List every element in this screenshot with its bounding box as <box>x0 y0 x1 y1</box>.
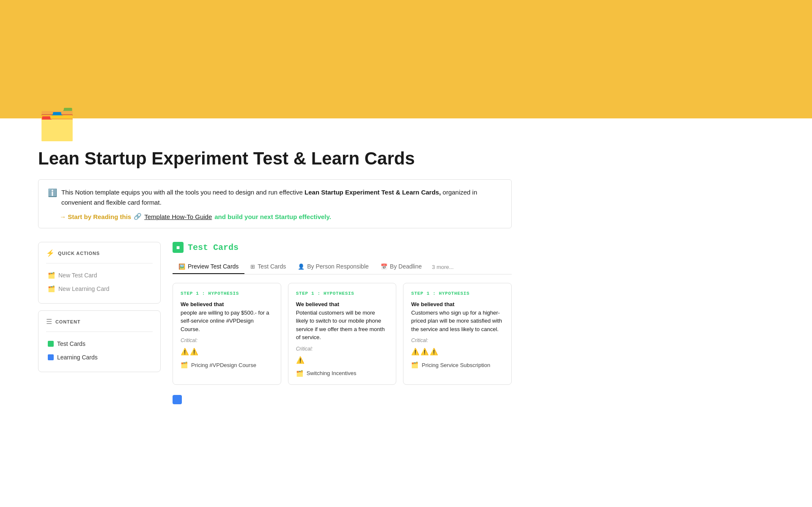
card-1-footer: 🗂️ Pricing #VPDesign Course <box>181 362 273 368</box>
bottom-section <box>173 395 512 404</box>
tab-test-cards[interactable]: ⊞ Test Cards <box>244 260 292 274</box>
card-2-step-label: STEP 1 : HYPOTHESIS <box>296 291 389 296</box>
card-2-hypothesis-text: Potential customers will be more likely … <box>296 310 385 341</box>
card-1-step-label: STEP 1 : HYPOTHESIS <box>181 291 273 296</box>
tab-preview-test-cards[interactable]: 🖼️ Preview Test Cards <box>173 260 244 274</box>
card-1-warnings: ⚠️⚠️ <box>181 348 273 356</box>
card-3-hypothesis-text: Customers who sign up for a higher-price… <box>411 310 502 332</box>
new-test-card-button[interactable]: 🗂️ New Test Card <box>46 269 153 281</box>
green-square-icon <box>48 341 54 347</box>
card-3-step-label: STEP 1 : HYPOTHESIS <box>411 291 504 296</box>
new-learning-card-icon: 🗂️ <box>48 285 55 292</box>
preview-tab-icon: 🖼️ <box>178 263 185 270</box>
deadline-tab-icon: 📅 <box>381 263 387 270</box>
tab-by-deadline[interactable]: 📅 By Deadline <box>375 260 428 274</box>
card-1-we-believed: We believed that <box>181 301 224 307</box>
card-3-footer-icon: 🗂️ <box>411 362 418 368</box>
sidebar-item-learning-cards[interactable]: Learning Cards <box>46 351 153 363</box>
more-tabs-button[interactable]: 3 more... <box>428 260 458 274</box>
cards-grid: STEP 1 : HYPOTHESIS We believed that peo… <box>173 283 512 385</box>
callout-arrow: → Start by Reading this <box>60 213 131 220</box>
quick-actions-title: QUICK ACTIONS <box>58 251 100 256</box>
database-icon: ■ <box>173 242 184 253</box>
card-2-footer: 🗂️ Switching Incentives <box>296 370 389 377</box>
main-content: Lean Startup Experiment Test & Learn Car… <box>0 118 550 421</box>
how-to-guide-link[interactable]: Template How-To Guide <box>144 213 212 220</box>
card-2-hypothesis: We believed that Potential customers wil… <box>296 300 389 342</box>
test-cards-tab-icon: ⊞ <box>250 263 255 270</box>
card-2-we-believed: We believed that <box>296 301 339 307</box>
info-callout: ℹ️ This Notion template equips you with … <box>38 179 512 228</box>
card-3-we-believed: We believed that <box>411 301 454 307</box>
two-col-layout: ⚡ QUICK ACTIONS 🗂️ New Test Card 🗂️ New … <box>38 242 512 404</box>
callout-body-text: This Notion template equips you with all… <box>61 187 502 208</box>
sidebar-item-test-cards[interactable]: Test Cards <box>46 338 153 350</box>
callout-link-row: → Start by Reading this 🔗 Template How-T… <box>48 213 502 220</box>
quick-actions-header: ⚡ QUICK ACTIONS <box>46 249 153 257</box>
card-2-footer-icon: 🗂️ <box>296 370 303 377</box>
quick-actions-divider <box>46 263 153 263</box>
content-section: ☰ CONTENT Test Cards Learning Cards <box>38 310 161 372</box>
person-tab-icon: 👤 <box>298 263 304 270</box>
test-cards-label: Test Cards <box>57 340 85 347</box>
card-3[interactable]: STEP 1 : HYPOTHESIS We believed that Cus… <box>403 283 512 385</box>
page-icon: 🗂️ <box>38 109 76 140</box>
callout-link-suffix: and build your next Startup effectively. <box>214 213 331 220</box>
card-2-warnings: ⚠️ <box>296 356 389 364</box>
card-2[interactable]: STEP 1 : HYPOTHESIS We believed that Pot… <box>288 283 397 385</box>
card-1-footer-label: Pricing #VPDesign Course <box>191 362 256 368</box>
database-header: ■ Test Cards <box>173 242 512 253</box>
learning-cards-label: Learning Cards <box>57 354 98 361</box>
tab-by-person[interactable]: 👤 By Person Responsible <box>292 260 375 274</box>
preview-tab-label: Preview Test Cards <box>188 263 239 270</box>
database-title: Test Cards <box>188 243 239 252</box>
card-1-hypothesis: We believed that people are willing to p… <box>181 300 273 333</box>
hero-banner: 🗂️ <box>0 0 812 118</box>
card-3-footer-label: Pricing Service Subscription <box>422 362 490 368</box>
card-1[interactable]: STEP 1 : HYPOTHESIS We believed that peo… <box>173 283 281 385</box>
callout-main-row: ℹ️ This Notion template equips you with … <box>48 187 502 208</box>
content-icon: ☰ <box>46 318 52 326</box>
sidebar: ⚡ QUICK ACTIONS 🗂️ New Test Card 🗂️ New … <box>38 242 161 379</box>
card-3-hypothesis: We believed that Customers who sign up f… <box>411 300 504 333</box>
info-icon: ℹ️ <box>48 188 57 197</box>
card-1-footer-icon: 🗂️ <box>181 362 188 368</box>
card-3-critical-label: Critical: <box>411 337 504 343</box>
new-learning-card-label: New Learning Card <box>58 285 110 292</box>
test-cards-tab-label: Test Cards <box>258 263 286 270</box>
by-person-tab-label: By Person Responsible <box>307 263 369 270</box>
quick-actions-section: ⚡ QUICK ACTIONS 🗂️ New Test Card 🗂️ New … <box>38 242 161 304</box>
content-divider <box>46 332 153 332</box>
main-panel: ■ Test Cards 🖼️ Preview Test Cards ⊞ Tes… <box>173 242 512 404</box>
content-header: ☰ CONTENT <box>46 318 153 326</box>
card-3-footer: 🗂️ Pricing Service Subscription <box>411 362 504 368</box>
bottom-section-icon <box>173 395 182 404</box>
new-learning-card-button[interactable]: 🗂️ New Learning Card <box>46 283 153 295</box>
by-deadline-tab-label: By Deadline <box>390 263 422 270</box>
link-emoji-icon: 🔗 <box>134 213 142 220</box>
view-tabs: 🖼️ Preview Test Cards ⊞ Test Cards 👤 By … <box>173 260 512 274</box>
content-title: CONTENT <box>55 319 80 324</box>
lightning-icon: ⚡ <box>46 249 55 257</box>
card-1-critical-label: Critical: <box>181 337 273 343</box>
card-1-hypothesis-text: people are willing to pay $500.- for a s… <box>181 310 269 332</box>
page-title: Lean Startup Experiment Test & Learn Car… <box>38 148 512 169</box>
card-3-warnings: ⚠️⚠️⚠️ <box>411 348 504 356</box>
card-2-critical-label: Critical: <box>296 346 389 352</box>
new-test-card-icon: 🗂️ <box>48 272 55 279</box>
blue-square-icon <box>48 354 54 360</box>
card-2-footer-label: Switching Incentives <box>307 370 357 376</box>
new-test-card-label: New Test Card <box>58 272 97 279</box>
